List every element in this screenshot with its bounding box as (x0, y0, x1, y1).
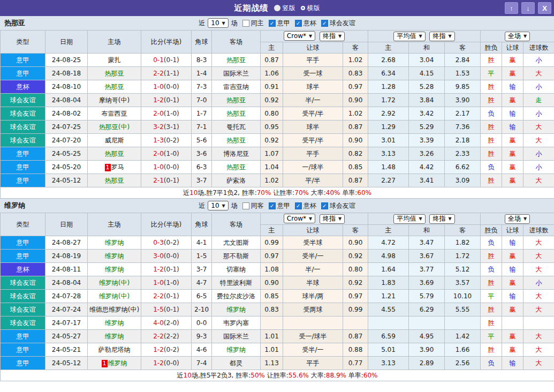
home-team-name[interactable]: 热那亚 (105, 177, 124, 184)
fulltime-score[interactable]: 2-0 (153, 110, 164, 117)
home-team-name[interactable]: 蒙扎 (108, 56, 121, 64)
away-team-name[interactable]: 切塞纳 (226, 266, 246, 273)
fulltime-score[interactable]: 4-0 (153, 319, 164, 327)
handicap-cell: 受平/半 (283, 107, 343, 120)
fulltime-score[interactable]: 1-2 (153, 96, 164, 104)
match-count-select[interactable]: 10▼ (208, 18, 228, 28)
fulltime-score[interactable]: 2-2 (153, 70, 164, 77)
away-team-name[interactable]: 维罗纳 (226, 346, 246, 353)
home-team-name[interactable]: 热那亚 (105, 83, 124, 91)
fulltime-score[interactable]: 1-2 (153, 359, 164, 367)
home-team-name[interactable]: 维罗纳 (105, 239, 124, 246)
home-team-name[interactable]: 维罗纳 (105, 266, 124, 273)
fulltime-score[interactable]: 2-2 (153, 292, 164, 300)
fulltime-score[interactable]: 1-2 (153, 266, 164, 273)
home-team-name[interactable]: 维罗纳 (105, 252, 124, 260)
home-team-name[interactable]: 维德思维罗纳(中) (89, 306, 139, 313)
home-team-name[interactable]: 维罗纳 (105, 319, 124, 327)
home-team-name[interactable]: 热那亚 (105, 150, 124, 157)
avg-away-cell: 10.10 (445, 290, 481, 303)
home-team-name[interactable]: 热那亚 (105, 70, 124, 77)
result-goals-cell: 小 (523, 276, 554, 290)
fulltime-score[interactable]: 1-0 (153, 163, 164, 171)
away-team-name[interactable]: 尤文图斯 (223, 239, 249, 246)
away-team-name[interactable]: 雷吉亚纳 (223, 83, 249, 91)
fulltime-score[interactable]: 2-2 (153, 333, 164, 340)
same-home-checkbox[interactable] (242, 20, 249, 27)
fulltime-score[interactable]: 2-1 (153, 177, 164, 184)
layout-radio-horizontal[interactable]: 横版 (301, 4, 320, 13)
serie-a-checkbox[interactable]: ✓ (269, 20, 276, 27)
away-team-name[interactable]: 热那亚 (226, 137, 246, 144)
home-team-name[interactable]: 热那亚(中) (99, 123, 130, 131)
away-team-name[interactable]: 热那亚 (226, 110, 246, 117)
fulltime-score[interactable]: 0-3 (153, 239, 164, 246)
fulltime-score[interactable]: 1-0 (153, 83, 164, 91)
home-team-name[interactable]: 摩纳哥(中) (99, 96, 130, 104)
fulltime-score[interactable]: 1-2 (153, 346, 164, 353)
home-team-name[interactable]: 萨勒尼塔纳 (98, 346, 131, 353)
away-team-name[interactable]: 国际米兰 (223, 333, 249, 340)
away-team-name[interactable]: 萨索洛 (226, 177, 246, 184)
avg-draw-cell: 3.90 (409, 343, 445, 357)
away-team-name[interactable]: 热那亚 (226, 56, 246, 64)
home-team-name[interactable]: 维罗纳 (105, 333, 124, 340)
fulltime-score[interactable]: 3-2 (153, 123, 164, 131)
move-up-button[interactable]: ↑ (505, 2, 518, 14)
crow-company-select[interactable]: Crow*▼ (284, 214, 315, 223)
move-down-button[interactable]: ↓ (521, 2, 535, 14)
result-handicap-cell: 赢 (502, 94, 523, 107)
away-team-name[interactable]: 特里波利斯 (220, 279, 252, 287)
home-team-name[interactable]: 维罗纳 (108, 359, 127, 367)
average-select[interactable]: 平均值▼ (393, 32, 425, 41)
same-away-checkbox[interactable] (242, 202, 249, 209)
final-index-select[interactable]: 终指▼ (320, 32, 345, 41)
fulltime-score[interactable]: 1-3 (153, 137, 164, 144)
away-team-name[interactable]: 热那亚 (226, 96, 246, 104)
away-team-name[interactable]: 曼托瓦 (226, 123, 246, 131)
full-match-select[interactable]: 全场▼ (505, 32, 530, 41)
fulltime-score[interactable]: 1-0 (153, 279, 164, 287)
away-team-name[interactable]: 国际米兰 (223, 70, 249, 77)
final-index-select[interactable]: 终指▼ (429, 214, 454, 224)
italy-cup-checkbox[interactable]: ✓ (295, 202, 302, 209)
final-index-select[interactable]: 终指▼ (320, 214, 345, 224)
result-handicap-cell: 输 (502, 357, 523, 370)
fulltime-score[interactable]: 1-5 (153, 306, 164, 313)
match-count-select[interactable]: 10▼ (208, 201, 228, 210)
crow-away-odds-cell: 0.99 (343, 303, 368, 316)
corner-cell: 7-1 (192, 120, 212, 134)
result-flag: 胜 (488, 279, 495, 287)
home-team-name[interactable]: 维罗纳(中) (99, 279, 130, 287)
serie-a-checkbox[interactable]: ✓ (269, 202, 276, 209)
club-friendly-checkbox[interactable]: ✓ (321, 20, 328, 27)
home-team-name[interactable]: 罗马 (111, 163, 124, 171)
fulltime-score[interactable]: 0-1 (153, 56, 164, 64)
score-cell: 2-2(2-2) (141, 330, 192, 343)
result-flag: 大 (536, 306, 542, 313)
italy-cup-checkbox[interactable]: ✓ (295, 20, 302, 27)
home-team-name[interactable]: 威尼斯 (105, 137, 124, 144)
fulltime-score[interactable]: 3-0 (153, 252, 164, 260)
away-team-name[interactable]: 那不勒斯 (223, 252, 249, 260)
away-team-name[interactable]: 维罗纳 (226, 306, 246, 313)
away-team-name[interactable]: 博洛尼亚 (223, 150, 249, 157)
home-team-name[interactable]: 维罗纳(中) (99, 292, 130, 300)
away-team-name[interactable]: 热那亚 (226, 163, 246, 171)
layout-radio-vertical[interactable]: 竖版 (274, 4, 295, 13)
home-team-name[interactable]: 布雷西亚 (102, 110, 127, 117)
away-team-name[interactable]: 都灵 (230, 359, 242, 367)
away-team-name[interactable]: 韦罗内塞 (223, 319, 249, 327)
away-team-name[interactable]: 费拉尔皮沙洛 (217, 292, 255, 300)
average-select[interactable]: 平均值▼ (393, 214, 425, 224)
club-friendly-checkbox[interactable]: ✓ (321, 202, 328, 209)
home-team-cell: 1罗马 (88, 161, 141, 174)
final-index-select[interactable]: 终指▼ (429, 32, 454, 41)
sub-header-away: 客 (445, 225, 481, 236)
fulltime-score[interactable]: 2-0 (153, 150, 164, 157)
chevron-down-icon: ▼ (338, 216, 341, 221)
close-button[interactable]: X (538, 2, 551, 14)
halftime-score: (0-0) (164, 359, 179, 367)
full-match-select[interactable]: 全场▼ (505, 214, 530, 224)
crow-company-select[interactable]: Crow*▼ (284, 31, 315, 41)
